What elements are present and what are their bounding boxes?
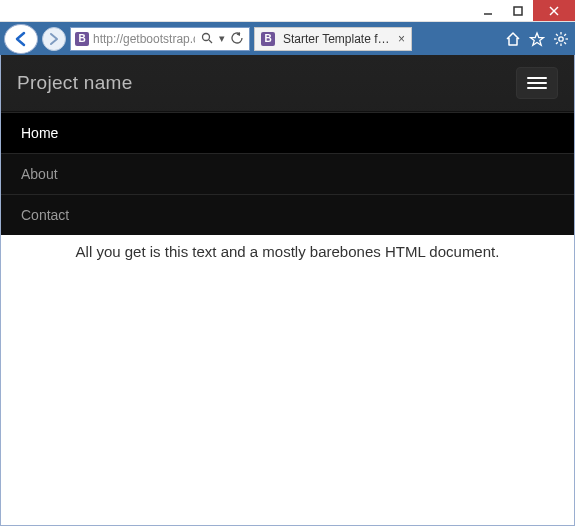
brand[interactable]: Project name: [17, 72, 133, 94]
nav-item-home[interactable]: Home: [1, 112, 574, 153]
lead-text: All you get is this text and a mostly ba…: [1, 235, 574, 260]
close-button[interactable]: [533, 0, 575, 21]
refresh-icon[interactable]: [229, 32, 245, 46]
svg-point-6: [559, 36, 563, 40]
back-button[interactable]: [4, 24, 38, 54]
svg-line-5: [209, 40, 212, 43]
forward-button[interactable]: [42, 27, 66, 51]
navbar-header: Project name: [1, 55, 574, 112]
svg-line-14: [564, 34, 566, 36]
navbar-toggle-button[interactable]: [516, 67, 558, 99]
nav-item-label: Home: [21, 125, 58, 141]
nav-item-label: About: [21, 166, 58, 182]
site-favicon: B: [75, 32, 89, 46]
svg-line-13: [556, 42, 558, 44]
nav-item-contact[interactable]: Contact: [1, 194, 574, 235]
home-icon[interactable]: [503, 31, 523, 47]
url-text: http://getbootstrap.c...: [93, 32, 195, 46]
browser-tab[interactable]: B Starter Template for B... ×: [254, 27, 412, 51]
hamburger-icon: [527, 77, 547, 79]
tab-favicon: B: [261, 32, 275, 46]
svg-line-11: [556, 34, 558, 36]
gear-icon[interactable]: [551, 31, 571, 47]
page-viewport: Project name Home About Contact All you …: [0, 55, 575, 526]
window-titlebar: [0, 0, 575, 22]
svg-line-12: [564, 42, 566, 44]
address-bar[interactable]: B http://getbootstrap.c... ▾: [70, 27, 250, 51]
tab-title: Starter Template for B...: [283, 32, 394, 46]
svg-rect-1: [514, 7, 522, 15]
search-icon[interactable]: [199, 32, 215, 46]
maximize-button[interactable]: [503, 0, 533, 21]
svg-point-4: [203, 33, 210, 40]
navbar: Project name Home About Contact: [1, 55, 574, 235]
nav-item-about[interactable]: About: [1, 153, 574, 194]
browser-toolbar: B http://getbootstrap.c... ▾ B Starter T…: [0, 22, 575, 55]
tab-close-icon[interactable]: ×: [398, 32, 405, 46]
dropdown-icon[interactable]: ▾: [217, 32, 227, 45]
nav-list: Home About Contact: [1, 112, 574, 235]
star-icon[interactable]: [527, 31, 547, 47]
nav-item-label: Contact: [21, 207, 69, 223]
minimize-button[interactable]: [473, 0, 503, 21]
